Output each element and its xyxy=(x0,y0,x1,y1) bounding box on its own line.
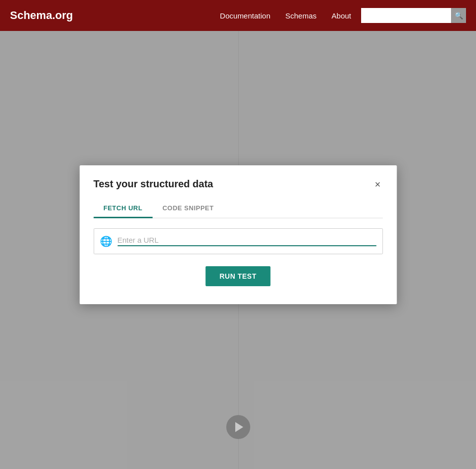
nav-documentation[interactable]: Documentation xyxy=(220,11,270,20)
modal-tabs: FETCH URL CODE SNIPPET xyxy=(93,199,383,218)
site-logo[interactable]: Schema.org xyxy=(10,9,73,22)
modal-close-button[interactable]: × xyxy=(373,177,383,191)
nav-about[interactable]: About xyxy=(332,11,351,20)
search-input[interactable] xyxy=(361,8,451,23)
tab-fetch-url[interactable]: FETCH URL xyxy=(93,199,152,218)
modal-header: Test your structured data × xyxy=(93,177,383,191)
search-wrapper: 🔍 xyxy=(361,8,466,23)
modal-title: Test your structured data xyxy=(93,178,213,190)
site-header: Schema.org Documentation Schemas About 🔍 xyxy=(0,0,476,31)
nav-schemas[interactable]: Schemas xyxy=(285,11,317,20)
tab-code-snippet[interactable]: CODE SNIPPET xyxy=(152,199,224,218)
search-icon: 🔍 xyxy=(455,11,463,19)
structured-data-modal: Test your structured data × FETCH URL CO… xyxy=(79,165,397,304)
run-test-button[interactable]: RUN TEST xyxy=(206,266,271,286)
url-input[interactable] xyxy=(117,236,376,246)
globe-icon: 🌐 xyxy=(100,235,112,247)
search-button[interactable]: 🔍 xyxy=(451,8,466,23)
main-nav: Documentation Schemas About xyxy=(220,11,351,20)
url-input-wrapper: 🌐 xyxy=(93,228,383,254)
